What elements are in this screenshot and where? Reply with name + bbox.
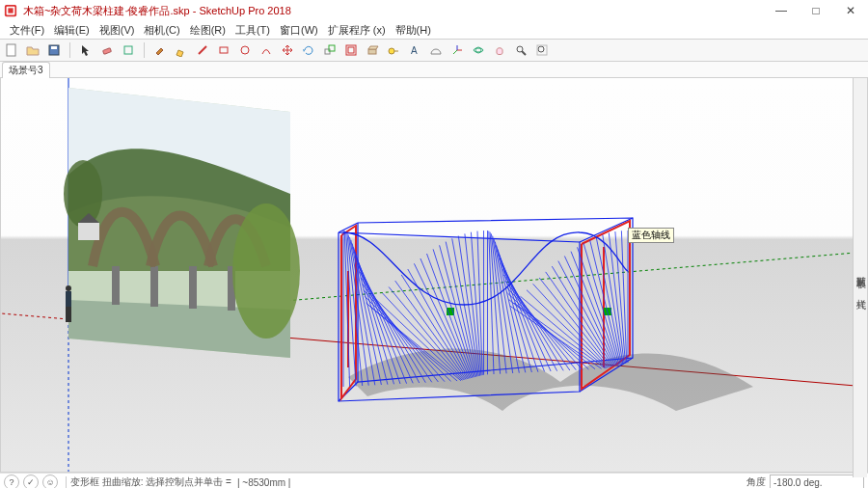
menu-bar: 文件(F) 编辑(E) 视图(V) 相机(C) 绘图(R) 工具(T) 窗口(W… bbox=[0, 21, 868, 39]
save-icon[interactable] bbox=[46, 42, 62, 58]
svg-rect-9 bbox=[220, 47, 228, 53]
protractor-icon[interactable] bbox=[428, 42, 444, 58]
rect-icon[interactable] bbox=[216, 42, 231, 58]
svg-rect-31 bbox=[112, 266, 120, 305]
text-icon[interactable]: A bbox=[407, 42, 422, 58]
move-icon[interactable] bbox=[280, 42, 295, 58]
svg-line-108 bbox=[533, 284, 610, 367]
toolbar-separator bbox=[69, 42, 70, 58]
axes-icon[interactable] bbox=[449, 42, 465, 58]
circle-icon[interactable] bbox=[237, 42, 253, 58]
scale-icon[interactable] bbox=[322, 42, 338, 58]
svg-line-8 bbox=[199, 46, 206, 54]
status-measure-inline: | ~8530mm | bbox=[237, 477, 291, 488]
scene-tab[interactable]: 场景号3 bbox=[2, 62, 50, 78]
title-bar: 木箱~杂文荷木梁柱建·俊睿作品.skp - SketchUp Pro 2018 … bbox=[0, 0, 868, 21]
zoom-extents-icon[interactable] bbox=[534, 42, 550, 58]
svg-line-43 bbox=[580, 218, 633, 242]
geo-icon[interactable]: ? bbox=[4, 474, 19, 488]
svg-rect-37 bbox=[78, 223, 99, 240]
svg-line-104 bbox=[510, 306, 602, 368]
svg-point-35 bbox=[232, 203, 300, 339]
svg-rect-7 bbox=[124, 46, 132, 54]
pencil-icon[interactable] bbox=[174, 42, 189, 58]
svg-point-16 bbox=[389, 48, 394, 54]
svg-line-53 bbox=[350, 237, 375, 385]
select-icon[interactable] bbox=[78, 42, 94, 58]
svg-rect-15 bbox=[368, 49, 376, 54]
profile-icon[interactable]: ☺ bbox=[42, 474, 58, 488]
svg-line-97 bbox=[502, 263, 557, 370]
viewport[interactable]: 蓝色轴线 默认面板 ▸ 样式 bbox=[0, 78, 868, 473]
angle-label: 角度 bbox=[746, 475, 766, 488]
menu-tools[interactable]: 工具(T) bbox=[231, 23, 274, 38]
eraser-icon[interactable] bbox=[99, 42, 115, 58]
status-separator bbox=[66, 476, 67, 488]
menu-help[interactable]: 帮助(H) bbox=[392, 23, 435, 38]
orbit-icon[interactable] bbox=[471, 42, 486, 58]
open-file-icon[interactable] bbox=[25, 42, 41, 58]
svg-rect-32 bbox=[150, 266, 158, 307]
svg-rect-5 bbox=[51, 46, 57, 49]
reference-photo bbox=[64, 88, 300, 358]
toolbar: A bbox=[0, 39, 868, 62]
svg-rect-6 bbox=[103, 48, 112, 54]
zoom-icon[interactable] bbox=[513, 42, 529, 58]
svg-point-39 bbox=[66, 285, 71, 291]
maximize-button[interactable]: □ bbox=[799, 0, 833, 21]
angle-value-box[interactable]: -180.0 deg. bbox=[770, 474, 864, 488]
paint-icon[interactable] bbox=[152, 42, 168, 58]
svg-rect-2 bbox=[8, 8, 13, 13]
rotate-icon[interactable] bbox=[301, 42, 316, 58]
pan-icon[interactable] bbox=[492, 42, 507, 58]
menu-window[interactable]: 窗口(W) bbox=[276, 23, 322, 38]
toolbar-separator bbox=[144, 42, 145, 58]
menu-ext[interactable]: 扩展程序 (x) bbox=[324, 23, 390, 38]
window-controls: — □ ✕ bbox=[764, 0, 868, 21]
pushpull-icon[interactable] bbox=[365, 42, 380, 58]
line-icon[interactable] bbox=[195, 42, 210, 58]
svg-line-21 bbox=[453, 50, 457, 54]
minimize-button[interactable]: — bbox=[764, 0, 799, 21]
svg-line-25 bbox=[522, 51, 526, 55]
app-icon bbox=[4, 4, 17, 17]
arc-icon[interactable] bbox=[258, 42, 274, 58]
red-axis-neg bbox=[1, 313, 68, 319]
svg-point-36 bbox=[64, 160, 102, 228]
axis-tooltip: 蓝色轴线 bbox=[628, 228, 674, 243]
svg-rect-14 bbox=[348, 47, 354, 53]
svg-point-10 bbox=[241, 46, 249, 54]
credits-icon[interactable]: ✓ bbox=[23, 474, 39, 488]
svg-line-117 bbox=[590, 240, 621, 365]
tray-panel[interactable]: 默认面板 ▸ 样式 bbox=[853, 78, 867, 477]
menu-edit[interactable]: 编辑(E) bbox=[50, 23, 94, 38]
menu-view[interactable]: 视图(V) bbox=[95, 23, 139, 38]
scene-bar: 场景号3 bbox=[0, 62, 868, 78]
menu-camera[interactable]: 相机(C) bbox=[140, 23, 183, 38]
offset-icon[interactable] bbox=[343, 42, 359, 58]
svg-line-115 bbox=[578, 247, 618, 365]
status-bar: ? ✓ ☺ 变形框 扭曲缩放: 选择控制点并单击 = | ~8530mm | 角… bbox=[0, 473, 868, 488]
viewport-canvas[interactable] bbox=[1, 78, 867, 472]
angle-value: -180.0 deg. bbox=[773, 477, 823, 488]
component-icon[interactable] bbox=[121, 42, 136, 58]
menu-draw[interactable]: 绘图(R) bbox=[186, 23, 230, 38]
status-hint: 变形框 扭曲缩放: 选择控制点并单击 = bbox=[70, 475, 231, 488]
new-file-icon[interactable] bbox=[4, 42, 19, 58]
tape-icon[interactable] bbox=[386, 42, 401, 58]
svg-rect-41 bbox=[66, 307, 71, 322]
svg-rect-40 bbox=[66, 291, 71, 307]
svg-point-26 bbox=[538, 46, 544, 52]
menu-file[interactable]: 文件(F) bbox=[6, 23, 48, 38]
window-title: 木箱~杂文荷木梁柱建·俊睿作品.skp - SketchUp Pro 2018 bbox=[23, 4, 291, 18]
svg-line-91 bbox=[494, 238, 519, 372]
svg-rect-3 bbox=[7, 44, 15, 56]
svg-rect-33 bbox=[189, 266, 197, 309]
svg-text:A: A bbox=[411, 45, 418, 56]
close-button[interactable]: ✕ bbox=[833, 0, 868, 21]
